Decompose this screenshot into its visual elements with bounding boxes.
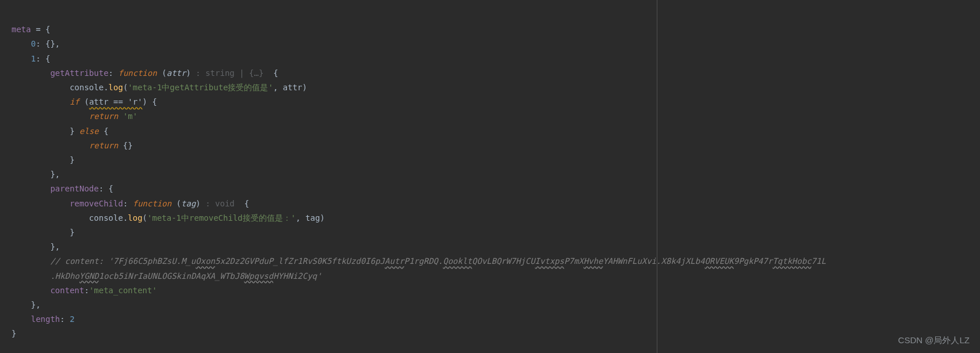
code-editor[interactable]: meta = { 0: {}, 1: { getAttribute: funct… — [12, 8, 980, 342]
code-line: return {} — [12, 141, 133, 150]
code-line: length: 2 — [12, 314, 75, 324]
type-hint: : string | {…} — [196, 68, 268, 78]
code-line: content:'meta_content' — [12, 286, 157, 295]
code-line: return 'm' — [12, 112, 137, 121]
code-line: } — [12, 228, 75, 237]
code-line: } else { — [12, 126, 109, 136]
code-line: meta = { — [12, 25, 50, 34]
code-line: }, — [12, 300, 41, 309]
type-hint: : void — [205, 199, 239, 208]
code-line: parentNode: { — [12, 184, 113, 193]
code-line: }, — [12, 242, 60, 251]
code-line: if (attr == 'r') { — [12, 97, 157, 106]
code-line: .HkDhoYGND1ocb5iNrIaUNLOGSkinDAqXA_WTbJ8… — [12, 271, 321, 281]
code-line: console.log('meta-1中removeChild接受的值是：', … — [12, 213, 325, 222]
code-line: } — [12, 329, 16, 338]
code-line: getAttribute: function (attr) : string |… — [12, 68, 278, 78]
editor-margin-guide — [657, 0, 657, 353]
code-line: removeChild: function (tag) : void { — [12, 199, 249, 208]
code-line: 0: {}, — [12, 39, 60, 48]
code-line: }, — [12, 170, 60, 179]
code-line: console.log('meta-1中getAttribute接受的值是', … — [12, 83, 307, 92]
code-line: // content: '7Fj66C5phBZsU.M_uOxon5x2Dz2… — [12, 256, 826, 266]
code-line: 1: { — [12, 54, 50, 63]
code-line: } — [12, 155, 75, 164]
watermark-text: CSDN @局外人LZ — [898, 333, 970, 347]
